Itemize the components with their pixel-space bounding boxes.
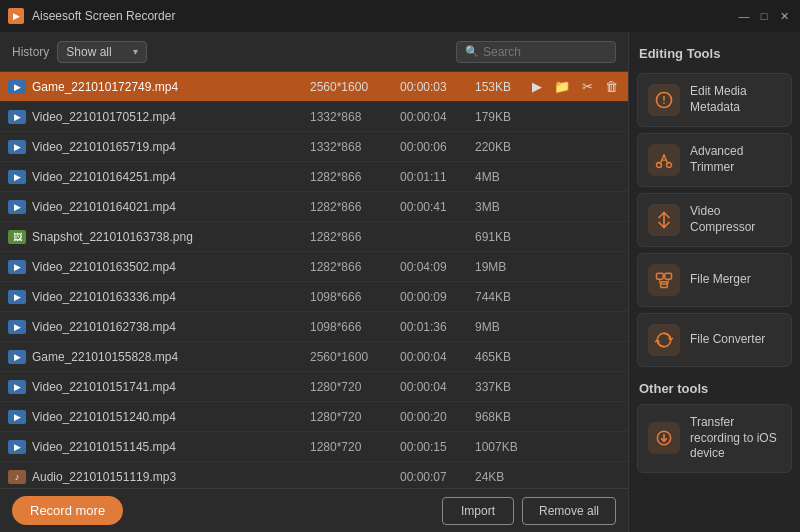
- file-size: 19MB: [475, 260, 540, 274]
- app-icon: ▶: [8, 8, 24, 24]
- file-row[interactable]: ▶ Video_221010164021.mp4 1282*866 00:00:…: [0, 192, 628, 222]
- file-name: Video_221010165719.mp4: [32, 140, 310, 154]
- file-name: Video_221010163502.mp4: [32, 260, 310, 274]
- edit-metadata-icon: [648, 84, 680, 116]
- left-panel: History Show all ▾ 🔍 ▶ Game_221010172749…: [0, 32, 628, 532]
- file-resolution: 1332*868: [310, 110, 400, 124]
- file-row[interactable]: ▶ Video_221010151240.mp4 1280*720 00:00:…: [0, 402, 628, 432]
- search-icon: 🔍: [465, 45, 479, 58]
- file-row[interactable]: ▶ Video_221010162738.mp4 1098*666 00:01:…: [0, 312, 628, 342]
- transfer-ios-icon: [648, 422, 680, 454]
- svg-point-2: [663, 102, 665, 104]
- file-row[interactable]: ▶ Game_221010172749.mp4 2560*1600 00:00:…: [0, 72, 628, 102]
- tool-card-edit-metadata[interactable]: Edit Media Metadata: [637, 73, 792, 127]
- file-type-icon: ♪: [8, 470, 26, 484]
- file-name: Video_221010162738.mp4: [32, 320, 310, 334]
- file-resolution: 1282*866: [310, 170, 400, 184]
- tool-card-file-merger[interactable]: File Merger: [637, 253, 792, 307]
- bottom-bar: Record more Import Remove all: [0, 488, 628, 532]
- file-size: 744KB: [475, 290, 540, 304]
- file-resolution: 2560*1600: [310, 350, 400, 364]
- file-type-icon: ▶: [8, 440, 26, 454]
- minimize-button[interactable]: —: [736, 8, 752, 24]
- file-duration: 00:00:41: [400, 200, 475, 214]
- file-row[interactable]: ▶ Video_221010164251.mp4 1282*866 00:01:…: [0, 162, 628, 192]
- file-resolution: 2560*1600: [310, 80, 400, 94]
- tool-label-advanced-trimmer: Advanced Trimmer: [690, 144, 781, 175]
- file-type-icon: ▶: [8, 290, 26, 304]
- file-resolution: 1280*720: [310, 440, 400, 454]
- cut-button[interactable]: ✂: [580, 77, 595, 96]
- file-row[interactable]: ▶ Video_221010151145.mp4 1280*720 00:00:…: [0, 432, 628, 462]
- tool-card-file-converter[interactable]: File Converter: [637, 313, 792, 367]
- svg-rect-9: [665, 273, 672, 279]
- record-more-button[interactable]: Record more: [12, 496, 123, 525]
- file-size: 3MB: [475, 200, 540, 214]
- file-type-icon: ▶: [8, 200, 26, 214]
- file-row[interactable]: ▶ Video_221010163502.mp4 1282*866 00:04:…: [0, 252, 628, 282]
- file-duration: 00:01:11: [400, 170, 475, 184]
- file-resolution: 1282*866: [310, 260, 400, 274]
- file-type-icon: ▶: [8, 140, 26, 154]
- file-resolution: 1280*720: [310, 410, 400, 424]
- right-panel: Editing Tools Edit Media Metadata: [628, 32, 800, 532]
- file-size: 1007KB: [475, 440, 540, 454]
- import-button[interactable]: Import: [442, 497, 514, 525]
- tool-card-advanced-trimmer[interactable]: Advanced Trimmer: [637, 133, 792, 187]
- file-resolution: 1282*866: [310, 200, 400, 214]
- file-name: Game_221010155828.mp4: [32, 350, 310, 364]
- play-button[interactable]: ▶: [530, 77, 544, 96]
- maximize-button[interactable]: □: [756, 8, 772, 24]
- editing-tools-title: Editing Tools: [637, 42, 792, 67]
- file-name: Video_221010164251.mp4: [32, 170, 310, 184]
- file-size: 24KB: [475, 470, 540, 484]
- tool-card-video-compressor[interactable]: Video Compressor: [637, 193, 792, 247]
- file-name: Snapshot_221010163738.png: [32, 230, 310, 244]
- file-type-icon: ▶: [8, 260, 26, 274]
- file-row[interactable]: ▶ Video_221010165719.mp4 1332*868 00:00:…: [0, 132, 628, 162]
- search-input[interactable]: [483, 45, 603, 59]
- history-dropdown[interactable]: Show all ▾: [57, 41, 147, 63]
- file-duration: 00:00:04: [400, 110, 475, 124]
- tool-label-file-merger: File Merger: [690, 272, 751, 288]
- tool-label-transfer-ios: Transfer recording to iOS device: [690, 415, 781, 462]
- remove-all-button[interactable]: Remove all: [522, 497, 616, 525]
- file-converter-icon: [648, 324, 680, 356]
- folder-button[interactable]: 📁: [552, 77, 572, 96]
- file-actions: ▶ 📁 ✂ 🗑: [540, 77, 620, 96]
- titlebar: ▶ Aiseesoft Screen Recorder — □ ✕: [0, 0, 800, 32]
- tool-label-file-converter: File Converter: [690, 332, 765, 348]
- file-size: 337KB: [475, 380, 540, 394]
- file-type-icon: ▶: [8, 380, 26, 394]
- main-layout: History Show all ▾ 🔍 ▶ Game_221010172749…: [0, 32, 800, 532]
- file-list: ▶ Game_221010172749.mp4 2560*1600 00:00:…: [0, 72, 628, 488]
- file-row[interactable]: ♪ Audio_221010151119.mp3 00:00:07 24KB: [0, 462, 628, 488]
- file-duration: 00:00:20: [400, 410, 475, 424]
- file-size: 220KB: [475, 140, 540, 154]
- titlebar-left: ▶ Aiseesoft Screen Recorder: [8, 8, 175, 24]
- file-size: 691KB: [475, 230, 540, 244]
- other-tools-title: Other tools: [637, 377, 792, 398]
- file-row[interactable]: ▶ Game_221010155828.mp4 2560*1600 00:00:…: [0, 342, 628, 372]
- close-button[interactable]: ✕: [776, 8, 792, 24]
- tool-card-transfer-ios[interactable]: Transfer recording to iOS device: [637, 404, 792, 473]
- file-name: Video_221010151240.mp4: [32, 410, 310, 424]
- file-row[interactable]: ▶ Video_221010170512.mp4 1332*868 00:00:…: [0, 102, 628, 132]
- file-name: Audio_221010151119.mp3: [32, 470, 310, 484]
- video-compressor-icon: [648, 204, 680, 236]
- file-row[interactable]: 🖼 Snapshot_221010163738.png 1282*866 691…: [0, 222, 628, 252]
- delete-button[interactable]: 🗑: [603, 77, 620, 96]
- file-duration: 00:00:04: [400, 350, 475, 364]
- file-duration: 00:00:09: [400, 290, 475, 304]
- svg-rect-8: [657, 273, 664, 279]
- file-name: Video_221010164021.mp4: [32, 200, 310, 214]
- file-type-icon: ▶: [8, 80, 26, 94]
- file-name: Video_221010170512.mp4: [32, 110, 310, 124]
- tool-label-video-compressor: Video Compressor: [690, 204, 781, 235]
- file-duration: 00:00:06: [400, 140, 475, 154]
- history-label: History: [12, 45, 49, 59]
- file-duration: 00:01:36: [400, 320, 475, 334]
- file-row[interactable]: ▶ Video_221010163336.mp4 1098*666 00:00:…: [0, 282, 628, 312]
- file-size: 4MB: [475, 170, 540, 184]
- file-row[interactable]: ▶ Video_221010151741.mp4 1280*720 00:00:…: [0, 372, 628, 402]
